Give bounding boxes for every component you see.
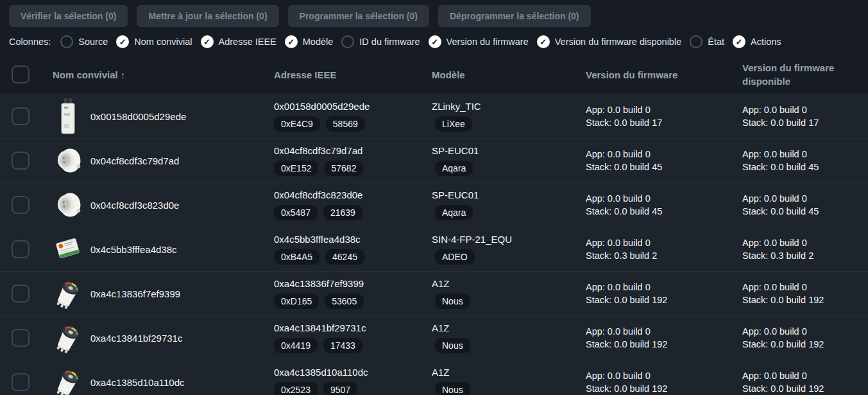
column-toggle-label: Nom convivial (134, 37, 192, 47)
vendor-badge: Aqara (435, 161, 473, 176)
model-name: SP-EUC01 (432, 189, 586, 200)
row-checkbox-cell (0, 196, 41, 214)
vendor-badge: LiXee (435, 116, 472, 132)
row-checkbox[interactable] (12, 196, 30, 214)
select-all-checkbox[interactable] (12, 66, 30, 83)
firmware-app-version: App: 0.0 build 0 (586, 325, 742, 338)
device-image-gu10-bulb (54, 364, 82, 395)
checkbox-checked-icon: ✓ (285, 35, 298, 48)
radio-unchecked-icon (690, 35, 702, 48)
header-friendly-name[interactable]: Nom convivial↑ (41, 68, 274, 82)
friendly-name-cell: 0x04cf8cdf3c79d7ad (41, 139, 274, 182)
available-firmware-version-cell: App: 0.0 build 0 Stack: 0.0 build 192 (742, 325, 868, 351)
device-image-smart-plug (54, 142, 82, 179)
header-checkbox-cell (0, 66, 41, 83)
column-toggle-label: Source (78, 37, 108, 47)
table-row[interactable]: 0xa4c13836f7ef9399 0xa4c13836f7ef9399 0x… (0, 271, 868, 315)
network-address-dec-badge: 46245 (325, 249, 364, 265)
ieee-address-cell: 0x4c5bb3fffea4d38c 0xB4A5 46245 (274, 234, 432, 265)
model-cell: A1Z Nous (432, 367, 586, 395)
column-toggle-version-du-firmware[interactable]: ✓Version du firmware (429, 35, 529, 48)
model-cell: A1Z Nous (432, 322, 586, 353)
ieee-address-cell: 0xa4c13836f7ef9399 0xD165 53605 (274, 278, 432, 309)
device-image-relay-module (54, 231, 82, 268)
network-address-dec-badge: 58569 (326, 116, 365, 132)
vendor-badge: Nous (435, 294, 470, 309)
table-row[interactable]: 0x00158d0005d29ede 0x00158d0005d29ede 0x… (0, 94, 868, 138)
checkbox-checked-icon: ✓ (537, 35, 550, 48)
ieee-address: 0xa4c13836f7ef9399 (274, 278, 432, 289)
column-toggle-etat[interactable]: État (690, 35, 724, 48)
row-checkbox-cell (0, 329, 41, 347)
network-address-hex-badge: 0xB4A5 (274, 249, 319, 265)
available-firmware-app-version: App: 0.0 build 0 (742, 369, 868, 382)
table-row[interactable]: 0x04cf8cdf3c823d0e 0x04cf8cdf3c823d0e 0x… (0, 182, 868, 227)
available-firmware-stack-version: Stack: 0.0 build 45 (742, 205, 868, 218)
row-checkbox[interactable] (12, 240, 30, 258)
firmware-app-version: App: 0.0 build 0 (586, 369, 742, 382)
row-checkbox[interactable] (12, 152, 30, 170)
row-checkbox-cell (0, 152, 41, 170)
ieee-address: 0x4c5bb3fffea4d38c (274, 234, 432, 245)
column-toggle-label: Version du firmware disponible (555, 37, 681, 47)
firmware-app-version: App: 0.0 build 0 (586, 103, 742, 116)
firmware-version-cell: App: 0.0 build 0 Stack: 0.0 build 192 (586, 281, 742, 306)
column-toggle-id-du-firmware[interactable]: ID du firmware (341, 35, 420, 48)
schedule-selection-button[interactable]: Programmer la sélection (0) (288, 5, 429, 27)
device-image-gu10-bulb (54, 319, 82, 356)
update-selection-button[interactable]: Mettre à jour la sélection (0) (137, 5, 278, 27)
ieee-address-cell: 0x04cf8cdf3c823d0e 0x5487 21639 (274, 189, 432, 220)
device-image-smart-plug (54, 186, 82, 224)
row-checkbox-cell (0, 240, 41, 258)
firmware-stack-version: Stack: 0.0 build 192 (586, 382, 742, 395)
friendly-name-cell: 0x00158d0005d29ede (41, 94, 274, 138)
header-available-firmware-version[interactable]: Version du firmware disponible (742, 61, 868, 88)
table-row[interactable]: 0xa4c13841bf29731c 0xa4c13841bf29731c 0x… (0, 315, 868, 360)
available-firmware-version-cell: App: 0.0 build 0 Stack: 0.3 build 2 (742, 236, 868, 262)
ieee-address-cell: 0x04cf8cdf3c79d7ad 0xE152 57682 (274, 145, 432, 176)
column-toggle-label: ID du firmware (359, 37, 420, 47)
row-checkbox-cell (0, 373, 41, 391)
columns-label: Colonnes: (9, 37, 51, 47)
unschedule-selection-button[interactable]: Déprogrammer la sélection (0) (438, 5, 591, 27)
available-firmware-app-version: App: 0.0 build 0 (742, 103, 868, 116)
model-cell: ZLinky_TIC LiXee (432, 101, 586, 132)
column-toggle-version-du-firmware-disponible[interactable]: ✓Version du firmware disponible (537, 35, 681, 48)
column-toggle-modele[interactable]: ✓Modèle (285, 35, 334, 48)
firmware-stack-version: Stack: 0.3 build 2 (586, 249, 742, 262)
network-address-hex-badge: 0xD165 (274, 294, 319, 309)
available-firmware-version-cell: App: 0.0 build 0 Stack: 0.0 build 45 (742, 148, 868, 173)
firmware-version-cell: App: 0.0 build 0 Stack: 0.0 build 45 (586, 192, 742, 218)
device-friendly-name: 0x4c5bb3fffea4d38c (90, 244, 177, 255)
model-cell: SP-EUC01 Aqara (432, 145, 586, 176)
column-toggle-actions[interactable]: ✓Actions (733, 35, 781, 48)
row-checkbox[interactable] (12, 329, 30, 347)
device-friendly-name: 0xa4c13841bf29731c (90, 333, 182, 344)
firmware-stack-version: Stack: 0.0 build 45 (586, 205, 742, 218)
columns-bar: Colonnes: Source✓Nom convivial✓Adresse I… (0, 27, 868, 55)
ieee-address: 0x04cf8cdf3c823d0e (274, 189, 432, 200)
ieee-address: 0xa4c13841bf29731c (274, 322, 432, 333)
model-cell: A1Z Nous (432, 278, 586, 309)
device-friendly-name: 0xa4c13836f7ef9399 (90, 288, 180, 299)
model-name: SP-EUC01 (432, 145, 586, 156)
firmware-app-version: App: 0.0 build 0 (586, 148, 742, 161)
row-checkbox[interactable] (12, 285, 30, 303)
column-toggle-source[interactable]: Source (60, 35, 108, 48)
table-row[interactable]: 0x04cf8cdf3c79d7ad 0x04cf8cdf3c79d7ad 0x… (0, 138, 868, 182)
available-firmware-stack-version: Stack: 0.0 build 17 (742, 116, 868, 129)
header-ieee-address[interactable]: Adresse IEEE (274, 68, 432, 82)
table-row[interactable]: 0xa4c1385d10a110dc 0xa4c1385d10a110dc 0x… (0, 360, 868, 395)
ieee-address: 0x00158d0005d29ede (274, 101, 432, 112)
device-friendly-name: 0x00158d0005d29ede (90, 111, 186, 122)
header-model[interactable]: Modèle (432, 68, 586, 82)
row-checkbox[interactable] (12, 373, 30, 391)
verify-selection-button[interactable]: Vérifier la sélection (0) (9, 5, 128, 27)
column-toggle-adresse-ieee[interactable]: ✓Adresse IEEE (201, 35, 277, 48)
row-checkbox[interactable] (12, 107, 30, 125)
table-row[interactable]: 0x4c5bb3fffea4d38c 0x4c5bb3fffea4d38c 0x… (0, 227, 868, 271)
header-firmware-version[interactable]: Version du firmware (586, 68, 742, 82)
column-toggle-nom-convivial[interactable]: ✓Nom convivial (116, 35, 192, 48)
device-friendly-name: 0x04cf8cdf3c823d0e (90, 200, 179, 211)
available-firmware-version-cell: App: 0.0 build 0 Stack: 0.0 build 45 (742, 192, 868, 218)
